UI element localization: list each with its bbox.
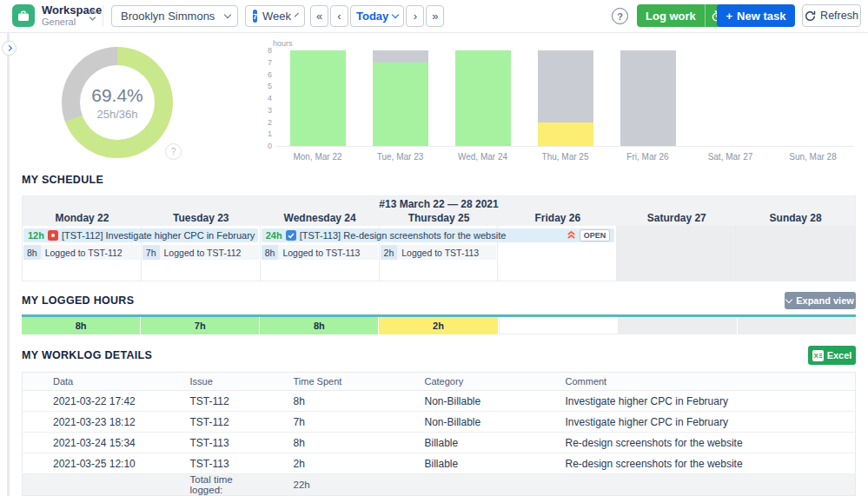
chevron-down-icon [295, 13, 299, 17]
plus-icon: + [726, 10, 733, 23]
task-summary: [TST-112] Investigate higher CPC in Febr… [62, 230, 255, 241]
y-tick-label: 2 [261, 118, 272, 127]
strip-segment-logged: 8h [260, 317, 379, 334]
worklog-cell: 8h [263, 391, 394, 412]
y-axis-label: hours [273, 39, 293, 48]
topbar-divider [103, 5, 103, 27]
worklog-cell: Investigate higher CPC in February [535, 391, 856, 412]
worklog-title: MY WORKLOG DETAILS [22, 349, 152, 361]
worklog-column-header: Issue [160, 373, 263, 391]
worklog-cell: 2021-03-25 12:10 [23, 453, 160, 474]
task-summary: [TST-113] Re-design screenshots for the … [300, 230, 507, 241]
worklog-cell: TST-112 [160, 391, 263, 412]
worklog-header-row: DataIssueTime SpentCategoryComment [23, 373, 856, 391]
schedule-body: 12h[TST-112] Investigate higher CPC in F… [23, 226, 855, 281]
chevron-right-icon [5, 45, 11, 51]
excel-export-button[interactable]: X Excel [808, 346, 856, 365]
logged-item-label: Logged to TST-113 [401, 248, 479, 258]
strip-segment-weekend [738, 317, 856, 334]
worklog-cell: Billable [394, 453, 535, 474]
worklog-column-header: Data [23, 373, 160, 391]
weekly-hours-bar-chart: hours 012345678 Mon, Mar 22Tue, Mar 23We… [261, 39, 856, 162]
schedule-day-cell [617, 226, 736, 281]
logged-item-label: Logged to TST-112 [45, 248, 123, 258]
nav-prev-button[interactable]: ‹ [330, 5, 348, 27]
log-work-label: Log work [637, 4, 705, 27]
x-axis-day-label: Sun, Mar 28 [772, 152, 854, 162]
chevron-down-icon [392, 11, 399, 18]
strip-segment-partial: 2h [379, 317, 498, 334]
worklog-cell: 2021-03-24 15:34 [23, 433, 160, 453]
worklog-cell: Re-design screenshots for the website [535, 453, 856, 474]
donut-help-icon[interactable]: ? [165, 143, 182, 160]
task-issue-icon [286, 230, 296, 241]
log-work-button[interactable]: Log work [637, 4, 727, 27]
calendar-icon: 7 [253, 10, 257, 23]
donut-center: 69.4% 25h/36h [80, 65, 155, 140]
nav-first-button[interactable]: « [310, 5, 328, 27]
worklog-cell: TST-112 [160, 412, 263, 433]
worklog-cell: 2h [263, 453, 394, 474]
user-select-value: Brooklyn Simmons [121, 10, 215, 23]
y-tick-label: 7 [261, 58, 272, 67]
strip-segment-logged: 8h [22, 317, 141, 334]
total-value: 22h [263, 474, 394, 496]
schedule-task-bar[interactable]: 12h[TST-112] Investigate higher CPC in F… [23, 228, 258, 242]
refresh-icon [805, 10, 816, 22]
y-tick-label: 1 [261, 129, 272, 138]
logged-item[interactable]: 7hLogged to TST-112 [142, 245, 259, 260]
priority-highest-icon [567, 229, 576, 241]
schedule-day-header: Wednesday 24 [261, 212, 380, 226]
help-icon[interactable]: ? [612, 8, 628, 24]
y-tick-label: 0 [261, 142, 272, 150]
status-badge: OPEN [580, 229, 611, 241]
worklog-cell: Re-design screenshots for the website [535, 433, 856, 453]
workspace-switcher-icon[interactable] [89, 9, 96, 25]
logged-item[interactable]: 8hLogged to TST-113 [262, 245, 378, 260]
excel-icon: X [812, 350, 824, 361]
logged-hours-chip: 7h [142, 245, 160, 260]
y-tick-label: 4 [261, 94, 272, 103]
worklog-row: 2021-03-22 17:42TST-1128hNon-BillableInv… [23, 391, 856, 412]
nav-next-button[interactable]: › [406, 5, 424, 27]
worklog-row: 2021-03-25 12:10TST-1132hBillableRe-desi… [23, 453, 856, 474]
app-window: Workspace General Brooklyn Simmons 7 Wee… [0, 0, 868, 496]
x-axis-labels: Mon, Mar 22Tue, Mar 23Wed, Mar 24Thu, Ma… [276, 152, 854, 162]
nav-last-button[interactable]: » [426, 5, 444, 27]
logged-item[interactable]: 2hLogged to TST-113 [381, 245, 497, 260]
bar-slot [689, 50, 772, 146]
logged-hours-chip: 8h [23, 245, 41, 260]
total-label: Total time logged: [160, 474, 263, 496]
bar-segment-logged [373, 63, 428, 146]
period-select[interactable]: 7 Week [245, 5, 305, 27]
period-select-value: Week [262, 10, 291, 23]
schedule-day-header: Monday 22 [23, 212, 142, 226]
worklog-footer-row: Total time logged:22h [23, 474, 856, 496]
worklog-cell: TST-113 [160, 433, 263, 453]
worklog-cell: Non-Billable [394, 412, 535, 433]
x-axis-day-label: Wed, Mar 24 [441, 152, 524, 162]
collapsed-sidebar-rail [7, 32, 10, 496]
worklog-column-header: Comment [535, 373, 856, 391]
bar-segment-partial [538, 122, 593, 147]
logged-item[interactable]: 8hLogged to TST-112 [23, 245, 140, 260]
workspace-icon[interactable] [12, 4, 35, 27]
new-task-button[interactable]: + New task [717, 4, 795, 27]
schedule-day-header: Thursday 25 [380, 212, 499, 226]
user-select[interactable]: Brooklyn Simmons [111, 5, 238, 27]
refresh-button[interactable]: Refresh [802, 4, 861, 27]
schedule-task-bar[interactable]: 24h[TST-113] Re-design screenshots for t… [262, 228, 615, 242]
week-label: #13 March 22 — 28 2021 [23, 196, 855, 212]
schedule-day-header: Sunday 28 [736, 212, 855, 226]
expand-view-button[interactable]: Expand view [785, 292, 856, 309]
workspace-subtitle: General [42, 17, 76, 27]
task-estimate: 24h [266, 230, 282, 241]
worklog-cell: 8h [263, 433, 394, 453]
today-button[interactable]: Today [350, 5, 404, 27]
donut-percent: 69.4% [91, 85, 143, 106]
schedule-day-header: Tuesday 23 [142, 212, 261, 226]
sidebar-expand-button[interactable] [2, 41, 17, 56]
date-navigation: « ‹ Today › » [310, 5, 444, 27]
bar-segment-remaining [620, 50, 676, 146]
y-tick-label: 8 [261, 46, 272, 55]
